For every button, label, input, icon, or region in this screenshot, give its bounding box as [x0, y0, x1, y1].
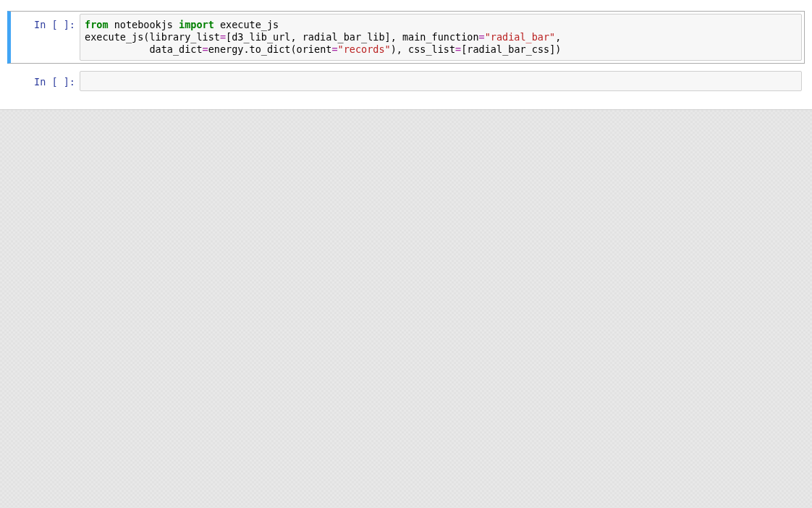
notebook-container: In [ ]: from notebookjs import execute_j… — [0, 0, 812, 508]
code-input[interactable] — [80, 71, 802, 91]
code-input[interactable]: from notebookjs import execute_js execut… — [80, 14, 802, 61]
code-cell-1[interactable]: In [ ]: — [7, 68, 805, 94]
notebook-end-space — [0, 109, 812, 508]
cells-area: In [ ]: from notebookjs import execute_j… — [0, 0, 812, 109]
cell-prompt: In [ ]: — [11, 14, 80, 61]
cell-prompt: In [ ]: — [11, 71, 80, 91]
code-cell-0[interactable]: In [ ]: from notebookjs import execute_j… — [7, 11, 805, 64]
